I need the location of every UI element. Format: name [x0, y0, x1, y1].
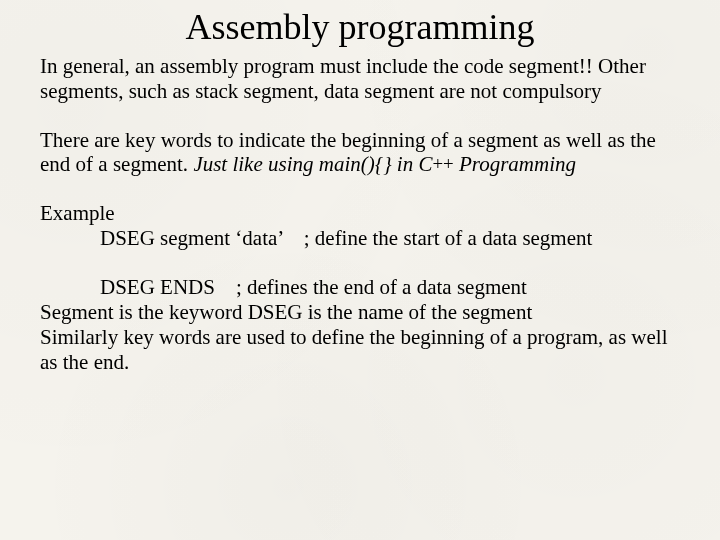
slide-body: In general, an assembly program must inc… — [40, 54, 680, 374]
emphasis-text-2: Programming — [454, 152, 576, 176]
plus-plus-symbol: ++ — [432, 153, 453, 174]
slide-title: Assembly programming — [40, 6, 680, 48]
paragraph-2: There are key words to indicate the begi… — [40, 128, 680, 178]
text: Similarly key words are used to define t… — [40, 325, 668, 374]
emphasis-text: Just like using main(){} in C — [193, 152, 432, 176]
example-label: Example — [40, 201, 115, 225]
paragraph-3: Example DSEG segment ‘data’ ; define the… — [40, 201, 680, 374]
code-line-2: DSEG ENDS ; defines the end of a data se… — [40, 275, 680, 300]
text: Segment is the keyword DSEG is the name … — [40, 300, 532, 324]
text: In general, an assembly program must inc… — [40, 54, 646, 103]
c-plus-plus: ++ — [432, 152, 453, 176]
paragraph-1: In general, an assembly program must inc… — [40, 54, 680, 104]
code-line-1: DSEG segment ‘data’ ; define the start o… — [40, 226, 680, 251]
